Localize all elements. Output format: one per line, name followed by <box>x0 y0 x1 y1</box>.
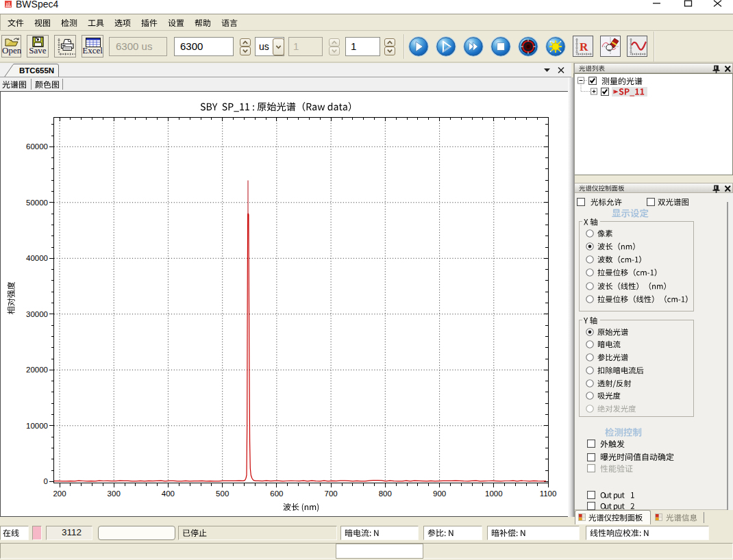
svg-text:1000: 1000 <box>485 489 503 498</box>
svg-text:300: 300 <box>108 489 121 498</box>
svg-text:50000: 50000 <box>26 199 48 207</box>
svg-text:500: 500 <box>216 489 229 498</box>
svg-text:30000: 30000 <box>26 310 48 318</box>
svg-text:200: 200 <box>53 489 66 498</box>
svg-text:40000: 40000 <box>26 254 48 262</box>
svg-text:1100: 1100 <box>540 489 557 498</box>
svg-text:R: R <box>580 40 588 53</box>
svg-text:600: 600 <box>270 489 283 498</box>
svg-text:0: 0 <box>44 477 48 485</box>
svg-text:60000: 60000 <box>26 142 48 151</box>
svg-text:20000: 20000 <box>26 366 48 374</box>
svg-text:700: 700 <box>325 489 338 498</box>
svg-text:800: 800 <box>379 489 392 498</box>
svg-text:10000: 10000 <box>26 422 48 430</box>
svg-text:400: 400 <box>162 489 175 498</box>
svg-text:900: 900 <box>433 489 446 498</box>
